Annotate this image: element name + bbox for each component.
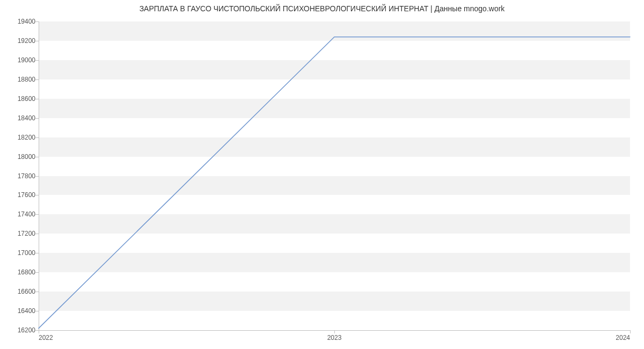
x-tick-label: 2023 — [327, 334, 342, 341]
y-tick — [35, 60, 39, 61]
y-tick-label: 17200 — [18, 230, 35, 237]
x-tick-label: 2022 — [39, 334, 53, 341]
y-tick — [35, 79, 39, 80]
y-tick — [35, 99, 39, 99]
line-layer — [39, 21, 630, 330]
chart-container: ЗАРПЛАТА В ГАУСО ЧИСТОПОЛЬСКИЙ ПСИХОНЕВР… — [0, 0, 644, 349]
y-tick — [35, 214, 39, 215]
y-tick — [35, 292, 39, 292]
y-tick — [35, 118, 39, 119]
y-tick-label: 19200 — [18, 37, 35, 45]
y-tick — [35, 41, 39, 41]
y-tick-label: 18400 — [18, 114, 35, 122]
y-tick-label: 17400 — [18, 210, 35, 218]
y-tick — [35, 157, 39, 157]
y-tick-label: 16200 — [18, 326, 35, 334]
y-tick — [35, 272, 39, 273]
y-tick-label: 16600 — [18, 288, 35, 295]
y-tick-label: 18200 — [18, 134, 35, 141]
y-tick-label: 18800 — [18, 76, 35, 83]
y-tick-label: 17600 — [18, 191, 35, 199]
x-tick — [39, 330, 39, 333]
y-tick — [35, 176, 39, 177]
y-tick — [35, 234, 39, 234]
y-tick-label: 16800 — [18, 268, 35, 276]
y-tick — [35, 21, 39, 22]
y-tick-label: 16400 — [18, 307, 35, 315]
y-tick-label: 17800 — [18, 172, 35, 180]
x-tick — [334, 330, 335, 333]
y-tick-label: 19400 — [18, 18, 35, 25]
y-tick — [35, 311, 39, 311]
y-tick-label: 19000 — [18, 56, 35, 64]
x-tick-label: 2024 — [616, 334, 630, 341]
y-tick-label: 18000 — [18, 153, 35, 161]
y-tick-label: 17000 — [18, 249, 35, 257]
y-tick — [35, 137, 39, 138]
x-tick — [630, 330, 631, 333]
series-line — [39, 37, 630, 329]
chart-title: ЗАРПЛАТА В ГАУСО ЧИСТОПОЛЬСКИЙ ПСИХОНЕВР… — [0, 4, 644, 13]
y-tick-label: 18600 — [18, 95, 35, 103]
y-tick — [35, 253, 39, 253]
y-tick — [35, 195, 39, 195]
